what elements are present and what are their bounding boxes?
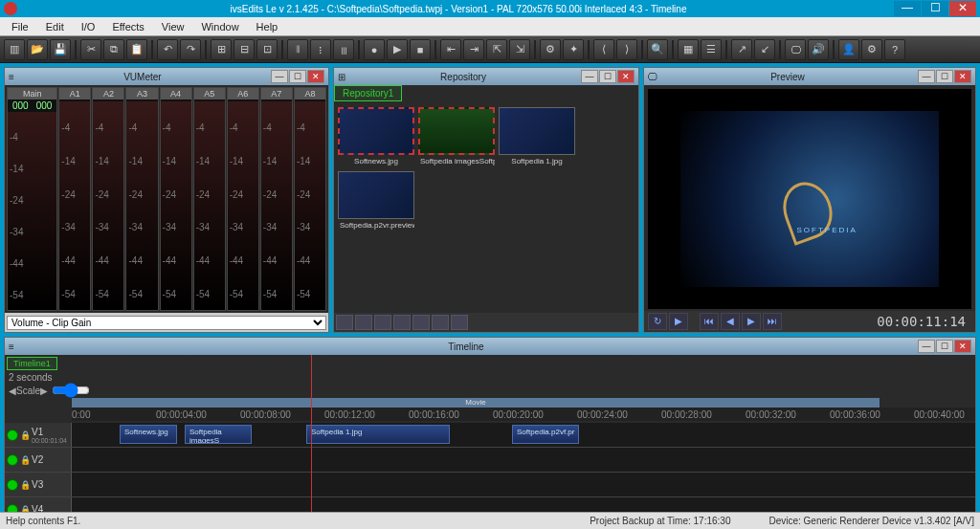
- track-power-icon[interactable]: [7, 454, 18, 466]
- track-power-icon[interactable]: [7, 430, 18, 441]
- user-icon[interactable]: 👤: [838, 39, 859, 60]
- track-body[interactable]: [72, 448, 975, 472]
- menu-window[interactable]: Window: [193, 19, 246, 34]
- settings-icon[interactable]: ⚙: [861, 39, 882, 60]
- repository-tab[interactable]: Repository1: [334, 85, 402, 101]
- menu-effects[interactable]: Effects: [104, 19, 151, 34]
- align4-icon[interactable]: ⇲: [509, 39, 530, 60]
- repo-record-icon[interactable]: [393, 315, 411, 330]
- track-power-icon[interactable]: [7, 479, 18, 491]
- align2-icon[interactable]: ⇥: [463, 39, 484, 60]
- menu-view[interactable]: View: [154, 19, 192, 34]
- repo-item[interactable]: Softpedia 1.jpg: [499, 107, 575, 167]
- copy-icon[interactable]: ⧉: [103, 39, 124, 60]
- list-icon[interactable]: ☰: [701, 39, 722, 60]
- vumeter-mode-select[interactable]: Volume - Clip Gain: [7, 316, 326, 330]
- moviebar[interactable]: Movie: [72, 398, 880, 408]
- thumbnail-icon[interactable]: [499, 107, 575, 155]
- vu-channel-a5[interactable]: A5-4-14-24-34-44-54: [193, 87, 226, 311]
- vu-channel-a3[interactable]: A3-4-14-24-34-44-54: [125, 87, 158, 311]
- panel-min-button[interactable]: —: [918, 340, 935, 353]
- thumbnail-icon[interactable]: [338, 171, 414, 219]
- undo-icon[interactable]: ↶: [157, 39, 178, 60]
- goto-end-icon[interactable]: ⏭: [763, 313, 782, 330]
- stop-icon[interactable]: ■: [410, 39, 431, 60]
- vu-channel-a8[interactable]: A8-4-14-24-34-44-54: [294, 87, 326, 311]
- panel-max-button[interactable]: ☐: [599, 70, 616, 83]
- trim2-icon[interactable]: ⟩: [616, 39, 637, 60]
- maximize-button[interactable]: ☐: [922, 1, 948, 16]
- scale-slider[interactable]: [52, 383, 90, 398]
- marker-icon[interactable]: ⫶: [310, 39, 331, 60]
- cut-icon[interactable]: ✂: [80, 39, 101, 60]
- vu-channel-a4[interactable]: A4-4-14-24-34-44-54: [160, 87, 192, 311]
- import-icon[interactable]: ↙: [754, 39, 775, 60]
- next-frame-icon[interactable]: ▶: [742, 313, 761, 330]
- repo-delete-icon[interactable]: [432, 315, 449, 330]
- loop-icon[interactable]: ↻: [648, 313, 667, 330]
- panel-max-button[interactable]: ☐: [936, 70, 953, 83]
- close-button[interactable]: ✕: [949, 1, 976, 16]
- save-icon[interactable]: 💾: [50, 39, 71, 60]
- panel-min-button[interactable]: —: [271, 70, 288, 83]
- repo-item[interactable]: Softpedia imagesSoftpedia-lo: [418, 107, 495, 167]
- align1-icon[interactable]: ⇤: [440, 39, 461, 60]
- audio-icon[interactable]: 🔊: [808, 39, 829, 60]
- vu-channel-a1[interactable]: A1-4-14-24-34-44-54: [58, 87, 91, 311]
- menu-edit[interactable]: Edit: [38, 19, 72, 34]
- vu-channel-main[interactable]: Main000000-4-14-24-34-44-54: [7, 87, 57, 311]
- menu-file[interactable]: File: [4, 19, 36, 34]
- panel-min-button[interactable]: —: [918, 70, 935, 83]
- redo-icon[interactable]: ↷: [180, 39, 201, 60]
- tool-icon[interactable]: ⊞: [211, 39, 232, 60]
- timeline-clip[interactable]: Softpedia.p2vf.pr: [512, 425, 579, 444]
- panel-close-button[interactable]: ✕: [954, 340, 971, 353]
- playhead[interactable]: [311, 355, 312, 527]
- timeline-clip[interactable]: Softnews.jpg: [120, 425, 177, 444]
- zoom-icon[interactable]: 🔍: [647, 39, 668, 60]
- menu-help[interactable]: Help: [249, 19, 286, 34]
- panel-min-button[interactable]: —: [581, 70, 598, 83]
- repo-info-icon[interactable]: [412, 315, 430, 330]
- timeline-clip[interactable]: Softpedia imagesS: [185, 425, 252, 444]
- vu-channel-a2[interactable]: A2-4-14-24-34-44-54: [92, 87, 124, 311]
- panel-close-button[interactable]: ✕: [954, 70, 971, 83]
- goto-start-icon[interactable]: ⏮: [700, 313, 719, 330]
- repo-folder-icon[interactable]: [374, 315, 391, 330]
- fx2-icon[interactable]: ✦: [563, 39, 584, 60]
- link-icon[interactable]: ⫼: [333, 39, 354, 60]
- thumbnail-icon[interactable]: [418, 107, 495, 155]
- vu-channel-a7[interactable]: A7-4-14-24-34-44-54: [260, 87, 293, 311]
- record-icon[interactable]: ●: [364, 39, 385, 60]
- repo-view-icon[interactable]: [451, 315, 468, 330]
- lock-icon[interactable]: 🔒: [20, 455, 30, 465]
- timeline-clip[interactable]: Softpedia 1.jpg: [306, 425, 450, 444]
- minimize-button[interactable]: —: [894, 1, 921, 16]
- timeline-ruler[interactable]: 0:0000:00:04:0000:00:08:0000:00:12:0000:…: [72, 408, 975, 421]
- fx-icon[interactable]: ⚙: [540, 39, 561, 60]
- repo-item[interactable]: Softpedia.p2vr.preview.jpg: [338, 171, 414, 231]
- lock-icon[interactable]: 🔒: [20, 430, 30, 440]
- export-icon[interactable]: ↗: [731, 39, 752, 60]
- track-body[interactable]: Softnews.jpgSoftpedia imagesSSoftpedia 1…: [72, 423, 975, 447]
- grid-icon[interactable]: ▦: [678, 39, 699, 60]
- snap-icon[interactable]: ⫴: [287, 39, 308, 60]
- track-body[interactable]: [72, 473, 975, 496]
- timeline-tab[interactable]: Timeline1: [7, 357, 57, 370]
- panel-close-button[interactable]: ✕: [617, 70, 635, 83]
- tool3-icon[interactable]: ⊡: [256, 39, 278, 60]
- panel-max-button[interactable]: ☐: [936, 340, 953, 353]
- lock-icon[interactable]: 🔒: [20, 480, 30, 490]
- trim1-icon[interactable]: ⟨: [593, 39, 614, 60]
- repo-add-icon[interactable]: [355, 315, 372, 330]
- preview-viewport[interactable]: SOFTPEDIA: [648, 89, 971, 309]
- repo-refresh-icon[interactable]: [336, 315, 353, 330]
- prev-frame-icon[interactable]: ◀: [721, 313, 740, 330]
- play-icon[interactable]: ▶: [669, 313, 688, 330]
- panel-close-button[interactable]: ✕: [307, 70, 324, 83]
- open-icon[interactable]: 📂: [27, 39, 48, 60]
- tool2-icon[interactable]: ⊟: [234, 39, 255, 60]
- panel-max-button[interactable]: ☐: [289, 70, 306, 83]
- align3-icon[interactable]: ⇱: [486, 39, 507, 60]
- vu-channel-a6[interactable]: A6-4-14-24-34-44-54: [227, 87, 259, 311]
